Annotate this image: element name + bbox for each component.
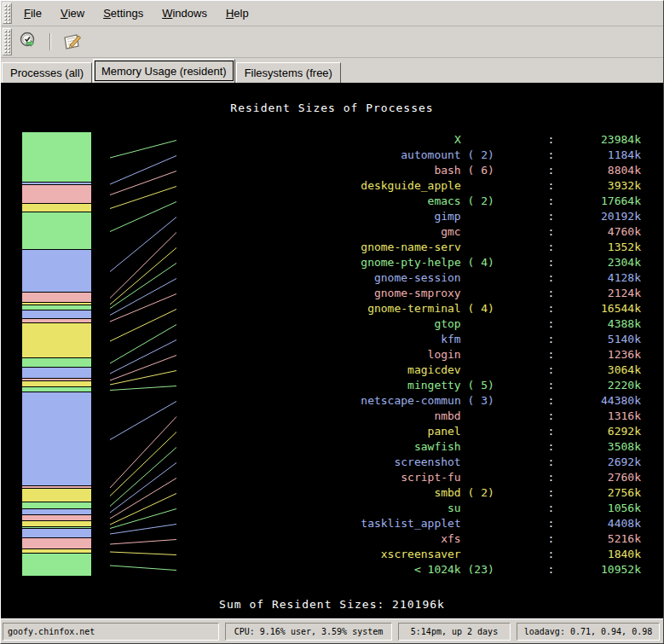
process-count: ( 4) xyxy=(461,255,494,270)
process-count xyxy=(461,424,494,439)
link-line-deskguide-apple xyxy=(110,187,176,209)
process-row-deskguide-apple: deskguide_apple:3932k xyxy=(361,178,641,194)
process-size-value: 2304k xyxy=(554,255,641,270)
edit-note-button[interactable] xyxy=(57,29,86,55)
bar-segment-1024k xyxy=(22,554,91,576)
process-count xyxy=(461,470,494,485)
colon-separator: : xyxy=(494,163,554,178)
process-name: mingetty xyxy=(361,378,460,393)
process-name: gnome-session xyxy=(361,270,460,286)
menu-help[interactable]: Help xyxy=(217,1,258,26)
link-line-gnome-terminal xyxy=(110,310,176,342)
process-row-1024k: < 1024k (23):10952k xyxy=(361,562,641,577)
tab-label: Filesystems (free) xyxy=(245,67,332,79)
gtop-window: FileViewSettingsWindowsHelp Processes (a… xyxy=(0,0,664,644)
bar-segment-emacs xyxy=(22,212,91,249)
process-row-gmc: gmc:4760k xyxy=(361,224,641,240)
menu-settings[interactable]: Settings xyxy=(94,1,153,26)
process-name: gnome-smproxy xyxy=(361,286,460,301)
process-name: netscape-commun xyxy=(361,393,460,409)
process-size-value: 1316k xyxy=(554,409,641,424)
process-size-value: 2124k xyxy=(554,286,641,301)
link-line-gmc xyxy=(110,233,176,299)
bar-segment-deskguide-apple xyxy=(22,204,91,212)
colon-separator: : xyxy=(494,286,554,301)
bar-to-label-link-lines xyxy=(108,132,178,577)
process-count xyxy=(461,363,494,378)
process-name: nmbd xyxy=(361,409,460,424)
process-name: kfm xyxy=(361,332,460,347)
link-line-xfs xyxy=(110,540,176,545)
link-line-mingetty xyxy=(110,386,176,391)
process-size-value: 4408k xyxy=(554,516,641,531)
memory-usage-chart-panel: Resident Sizes of Processes X:23984kauto… xyxy=(1,83,663,618)
link-line-gnome-name-serv xyxy=(110,248,176,305)
toolbar xyxy=(1,26,663,58)
process-name: emacs xyxy=(361,194,460,209)
colon-separator: : xyxy=(494,240,554,255)
process-row-gnome-pty-helpe: gnome-pty-helpe ( 4):2304k xyxy=(361,255,641,270)
colon-separator: : xyxy=(494,393,554,409)
process-size-value: 23984k xyxy=(554,132,641,148)
colon-separator: : xyxy=(494,316,554,332)
toolbar-grip-handle[interactable] xyxy=(3,28,12,55)
menu-windows[interactable]: Windows xyxy=(153,1,217,26)
hostname-panel: goofy.chinfox.net xyxy=(3,623,219,641)
menubar-grip-handle[interactable] xyxy=(3,3,12,24)
process-size-value: 3064k xyxy=(554,363,641,378)
colon-separator: : xyxy=(494,363,554,378)
process-name: gimp xyxy=(361,209,460,224)
process-name: gnome-pty-helpe xyxy=(361,255,460,270)
colon-separator: : xyxy=(494,332,554,347)
menu-file[interactable]: File xyxy=(14,1,51,26)
bar-segment-panel xyxy=(22,489,91,502)
process-row-xfs: xfs:5216k xyxy=(361,531,641,547)
process-row-screenshot: screenshot:2692k xyxy=(361,455,641,470)
colon-separator: : xyxy=(494,178,554,194)
tab-bar: Processes (all)Memory Usage (resident)Fi… xyxy=(1,58,663,83)
bar-segment-su xyxy=(22,527,91,528)
process-size-value: 2692k xyxy=(554,455,641,470)
menu-view[interactable]: View xyxy=(51,1,94,26)
process-name: automount xyxy=(361,148,460,163)
process-count: ( 2) xyxy=(461,194,494,209)
process-count xyxy=(461,178,494,194)
process-name: panel xyxy=(361,424,460,439)
colon-separator: : xyxy=(494,194,554,209)
bar-segment-gmc xyxy=(22,293,91,302)
process-row-gnome-terminal: gnome-terminal ( 4):16544k xyxy=(361,301,641,316)
colon-separator: : xyxy=(494,132,554,148)
process-size-value: 1056k xyxy=(554,501,641,516)
process-name: tasklist_applet xyxy=(361,516,460,531)
process-count xyxy=(461,209,494,224)
tab-filesystems-free[interactable]: Filesystems (free) xyxy=(236,62,341,83)
colon-separator: : xyxy=(494,516,554,531)
tab-processes-all[interactable]: Processes (all) xyxy=(2,62,92,83)
stacked-memory-bar xyxy=(22,132,91,577)
process-row-bash: bash ( 6):8804k xyxy=(361,163,641,178)
process-size-value: 17664k xyxy=(554,194,641,209)
tab-memory-usage-resident[interactable]: Memory Usage (resident) xyxy=(93,59,235,83)
process-name: < 1024k xyxy=(361,562,460,577)
process-count: ( 2) xyxy=(461,485,494,501)
colon-separator: : xyxy=(494,224,554,240)
process-size-value: 1184k xyxy=(554,148,641,163)
process-count: ( 5) xyxy=(461,378,494,393)
bar-segment-login xyxy=(22,379,91,380)
bar-segment-magicdev xyxy=(22,381,91,386)
process-size-value: 6292k xyxy=(554,424,641,439)
toolbar-items xyxy=(14,29,86,55)
process-count: (23) xyxy=(461,562,494,577)
timer-run-button[interactable] xyxy=(14,29,43,55)
link-line-kfm xyxy=(110,340,176,374)
process-name: su xyxy=(361,501,460,516)
colon-separator: : xyxy=(494,148,554,163)
process-row-nmbd: nmbd:1316k xyxy=(361,409,641,424)
link-line-login xyxy=(110,356,176,381)
link-line-automount xyxy=(110,156,176,185)
bar-segment-tasklist-applet xyxy=(22,529,91,537)
process-size-value: 16544k xyxy=(554,301,641,316)
process-size-value: 5216k xyxy=(554,531,641,547)
process-row-tasklist-applet: tasklist_applet:4408k xyxy=(361,516,641,531)
process-name: smbd xyxy=(361,485,460,501)
